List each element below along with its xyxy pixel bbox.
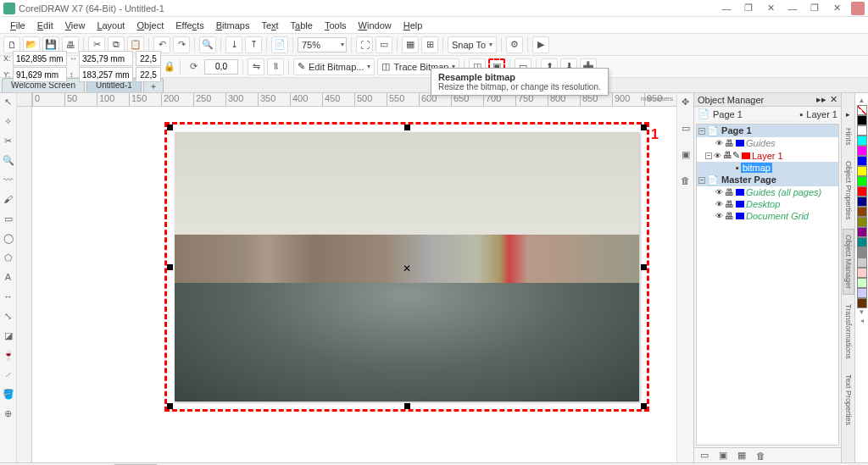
dock-tab-object-manager[interactable]: Object Manager [843, 229, 854, 295]
palette-color[interactable] [857, 298, 867, 308]
rectangle-tool[interactable]: ▭ [2, 212, 15, 225]
smart-fill-tool[interactable]: ⊕ [2, 407, 15, 420]
handle-bottom-right[interactable] [641, 403, 647, 409]
text-tool[interactable]: A [2, 270, 15, 284]
palette-flyout-icon[interactable]: ◂ [860, 317, 864, 325]
ellipse-tool[interactable]: ◯ [2, 231, 15, 245]
handle-bottom-left[interactable] [167, 403, 173, 409]
y-position-input[interactable] [13, 67, 67, 82]
transparency-tool[interactable]: 🍷 [2, 348, 15, 362]
handle-top-middle[interactable] [404, 125, 410, 130]
new-master-layer-icon[interactable]: ▣ [679, 147, 693, 161]
palette-color[interactable] [857, 176, 867, 186]
palette-color[interactable] [857, 186, 867, 197]
dock-tab-object-properties[interactable]: Object Properties [843, 155, 854, 226]
fullscreen-button[interactable]: ⛶ [356, 36, 373, 53]
palette-color[interactable] [857, 237, 867, 247]
delete-layer-icon[interactable]: 🗑 [679, 174, 693, 187]
mirror-horizontal-button[interactable]: ⇋ [248, 58, 264, 75]
scale-y-input[interactable] [136, 67, 161, 82]
menu-window[interactable]: Window [353, 19, 397, 32]
options-button[interactable]: ⚙ [506, 36, 523, 53]
docker-close-icon[interactable]: ✕ [830, 94, 837, 105]
polygon-tool[interactable]: ⬠ [2, 251, 15, 264]
palette-color[interactable] [857, 125, 867, 136]
pick-tool[interactable]: ↖ [2, 95, 15, 108]
handle-middle-left[interactable] [167, 264, 173, 270]
export-button[interactable]: ⤒ [245, 36, 262, 53]
quick-pan-icon[interactable]: ✥ [679, 95, 693, 108]
handle-bottom-middle[interactable] [404, 403, 410, 409]
palette-color[interactable] [857, 136, 867, 146]
connector-tool[interactable]: ⤡ [2, 309, 15, 323]
artistic-media-tool[interactable]: 🖌 [2, 192, 15, 206]
selected-bitmap[interactable]: ✕ [170, 127, 644, 407]
snap-to-dropdown[interactable]: Snap To [448, 36, 497, 53]
collapse-icon[interactable]: − [698, 177, 705, 184]
palette-color[interactable] [857, 227, 867, 237]
doc-minimize-button[interactable]: — [785, 3, 800, 14]
menu-text[interactable]: Text [256, 19, 283, 32]
handle-top-left[interactable] [167, 125, 173, 130]
edit-bitmap-button[interactable]: ✎ Edit Bitmap... [293, 58, 375, 75]
palette-color[interactable] [857, 257, 867, 268]
palette-scroll-down-icon[interactable]: ▼ [859, 308, 865, 317]
handle-middle-right[interactable] [641, 264, 647, 270]
palette-color[interactable] [857, 207, 867, 217]
mirror-vertical-button[interactable]: ⥮ [267, 58, 284, 75]
tree-item-bitmap[interactable]: ▪ bitmap [697, 162, 838, 174]
scale-x-input[interactable] [136, 51, 161, 66]
minimize-button[interactable]: — [719, 3, 734, 14]
parallel-dimension-tool[interactable]: ↔ [2, 290, 15, 303]
eyedropper-tool[interactable]: ⟋ [2, 368, 15, 381]
menu-bitmaps[interactable]: Bitmaps [211, 19, 255, 32]
menu-view[interactable]: View [60, 19, 91, 32]
zoom-tool[interactable]: 🔍 [2, 153, 15, 167]
menu-file[interactable]: File [5, 19, 31, 32]
palette-color[interactable] [857, 278, 867, 288]
publish-pdf-button[interactable]: 📄 [271, 36, 288, 53]
menu-layout[interactable]: Layout [92, 19, 130, 32]
delete-button[interactable]: 🗑 [754, 449, 767, 462]
palette-color[interactable] [857, 288, 867, 298]
menu-tools[interactable]: Tools [320, 19, 352, 32]
x-position-input[interactable] [13, 51, 67, 66]
palette-color[interactable] [857, 166, 867, 176]
show-grid-button[interactable]: ▦ [402, 36, 419, 53]
freehand-tool[interactable]: 〰 [2, 173, 15, 186]
show-rulers-button[interactable]: ▭ [376, 36, 392, 53]
palette-color[interactable] [857, 268, 867, 278]
object-manager-header[interactable]: Object Manager ▸▸ ✕ [694, 93, 841, 107]
new-master-layer-button[interactable]: ▣ [716, 449, 730, 462]
dock-tab-hints[interactable]: Hints [843, 122, 854, 152]
palette-color[interactable] [857, 115, 867, 125]
zoom-combo[interactable]: 75% [298, 37, 347, 53]
redo-button[interactable]: ↷ [173, 36, 190, 53]
menu-effects[interactable]: Effects [170, 19, 209, 32]
menu-object[interactable]: Object [131, 19, 169, 32]
collapse-icon[interactable]: − [705, 152, 712, 159]
drop-shadow-tool[interactable]: ◪ [2, 329, 15, 342]
restore-button[interactable]: ❐ [741, 3, 756, 14]
new-layer-icon[interactable]: ▭ [679, 121, 693, 135]
docker-options-icon[interactable]: ▸▸ [816, 94, 826, 105]
docker-expand-icon[interactable]: ▸ [846, 110, 850, 119]
vertical-ruler[interactable] [17, 107, 32, 462]
dock-tab-transformations[interactable]: Transformations [843, 298, 854, 365]
close-window-button[interactable]: ✕ [763, 3, 778, 14]
ruler-origin[interactable] [17, 93, 32, 107]
palette-scroll-up-icon[interactable]: ▲ [859, 97, 865, 105]
palette-color[interactable] [857, 156, 867, 166]
new-layer-button[interactable]: ▭ [698, 449, 711, 462]
object-tree[interactable]: − 📄 Page 1 👁🖶 Guides − 👁🖶✎ Layer 1 ▪ bit… [696, 124, 839, 446]
selection-center-icon[interactable]: ✕ [403, 263, 411, 271]
menu-edit[interactable]: Edit [32, 19, 58, 32]
shape-tool[interactable]: ✧ [2, 114, 15, 128]
show-guides-button[interactable]: ⊞ [421, 36, 438, 53]
new-master-layer-all-button[interactable]: ▦ [735, 449, 748, 462]
palette-no-color[interactable] [857, 105, 867, 115]
doc-close-button[interactable]: ✕ [829, 3, 844, 14]
lock-ratio-icon[interactable]: 🔒 [164, 61, 175, 73]
menu-table[interactable]: Table [286, 19, 318, 32]
search-content-button[interactable]: 🔍 [199, 36, 216, 53]
